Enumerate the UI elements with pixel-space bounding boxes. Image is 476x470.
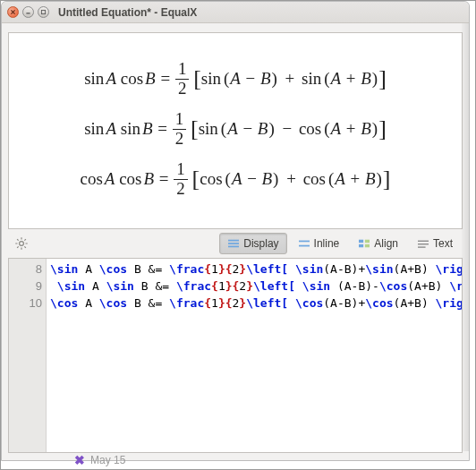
fn-sin: sin [84,69,104,89]
inline-mode-button[interactable]: Inline [290,233,348,254]
close-icon[interactable] [7,6,19,18]
svg-rect-4 [228,246,239,248]
svg-point-1 [20,242,24,246]
svg-rect-3 [228,243,239,244]
svg-rect-13 [418,246,426,247]
svg-rect-0 [41,10,45,13]
display-mode-button[interactable]: Display [219,233,286,254]
align-icon [358,238,370,249]
inline-label: Inline [314,237,340,250]
taskbar-date: May 15 [90,454,125,466]
svg-rect-5 [299,241,310,243]
minimize-icon[interactable] [22,6,34,18]
text-label: Text [433,237,453,250]
inline-icon [298,238,310,249]
settings-button[interactable] [10,233,33,254]
desktop-taskbar-fragment: ✖ May 15 [74,453,125,467]
svg-rect-12 [418,244,429,244]
code-line: \sin A \sin B &= \frac{1}{2}\left[ \sin … [50,278,458,295]
align-label: Align [374,237,398,250]
svg-rect-6 [299,245,310,247]
application-window: Untitled Equation* - EqualX sin A cos B … [1,1,470,461]
equation-preview: sin A cos B = 12 [ sin(A − B) + sin(A + … [8,32,463,229]
latex-editor[interactable]: 8 9 10 \sin A \cos B &= \frac{1}{2}\left… [8,258,463,453]
fn-cos: cos [121,69,143,89]
line-gutter: 8 9 10 [9,259,47,452]
gear-icon [13,235,30,252]
line-number: 10 [11,295,42,312]
svg-rect-11 [418,241,429,242]
display-label: Display [243,237,278,250]
code-line: \cos A \cos B &= \frac{1}{2}\left[ \cos(… [50,295,458,312]
titlebar: Untitled Equation* - EqualX [2,2,469,23]
svg-rect-8 [365,240,370,243]
window-title: Untitled Equation* - EqualX [58,6,197,19]
mode-toolbar: Display Inline Align Text [8,229,463,258]
text-mode-button[interactable]: Text [409,233,461,254]
svg-rect-10 [365,244,370,247]
align-mode-button[interactable]: Align [350,233,406,254]
line-number: 9 [11,278,42,295]
maximize-icon[interactable] [38,6,49,18]
svg-rect-7 [359,240,363,243]
text-icon [417,238,429,249]
svg-rect-9 [359,244,363,247]
code-line: \sin A \cos B &= \frac{1}{2}\left[ \sin(… [50,261,458,278]
code-area[interactable]: \sin A \cos B &= \frac{1}{2}\left[ \sin(… [47,259,462,452]
svg-rect-2 [228,240,239,242]
line-number: 8 [11,261,42,278]
display-icon [227,238,240,249]
taskbar-glyph-icon: ✖ [74,453,85,467]
